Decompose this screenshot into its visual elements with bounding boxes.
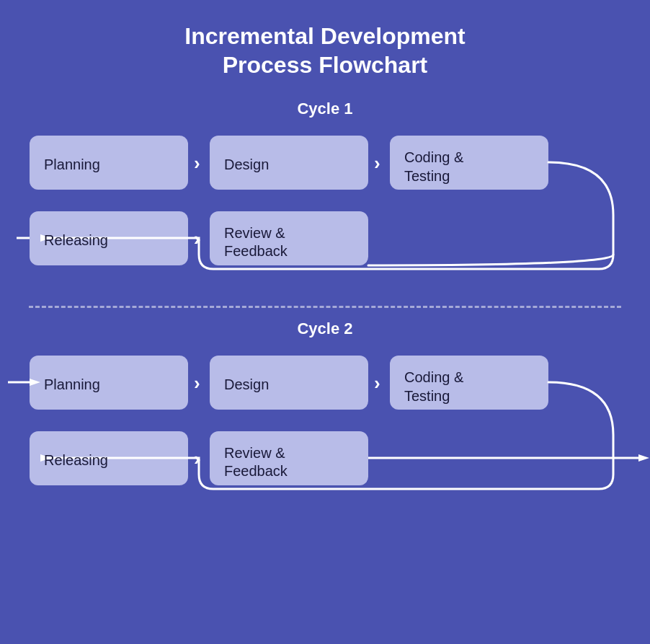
cycle-divider (29, 306, 621, 308)
svg-text:›: › (194, 372, 200, 394)
main-container: Incremental Development Process Flowchar… (0, 0, 650, 644)
svg-marker-28 (638, 454, 649, 462)
svg-text:Review &: Review & (224, 445, 285, 461)
svg-text:Coding &: Coding & (404, 149, 464, 165)
c1-releasing-label: Releasing (44, 232, 108, 248)
svg-text:Testing: Testing (404, 168, 450, 184)
cycle2-svg: Planning › Design › Coding & Testing Rel… (30, 348, 620, 507)
svg-text:›: › (194, 448, 200, 469)
svg-text:Coding &: Coding & (404, 369, 464, 385)
c1-planning-label: Planning (44, 156, 100, 172)
page-title: Incremental Development Process Flowchar… (184, 22, 465, 79)
svg-text:›: › (194, 152, 200, 174)
svg-text:Review &: Review & (224, 225, 285, 241)
c2-design-label: Design (224, 376, 269, 392)
cycle1-svg: Planning › Design › Coding & Testing › (30, 128, 620, 287)
c2-releasing-label: Releasing (44, 452, 108, 468)
svg-text:Testing: Testing (404, 388, 450, 404)
svg-text:›: › (374, 372, 380, 394)
cycle1-label: Cycle 1 (29, 100, 621, 118)
c2-planning-label: Planning (44, 376, 100, 392)
svg-text:Feedback: Feedback (224, 463, 288, 479)
svg-text:Feedback: Feedback (224, 243, 288, 259)
c1-design-label: Design (224, 156, 269, 172)
svg-text:›: › (194, 228, 200, 250)
cycle2-container: Cycle 2 Planning › Design › Coding & Tes… (29, 319, 621, 507)
cycle2-label: Cycle 2 (29, 319, 621, 338)
cycle1-container: Cycle 1 Planning › Design › Coding & Tes… (29, 100, 621, 287)
svg-text:›: › (374, 152, 380, 174)
